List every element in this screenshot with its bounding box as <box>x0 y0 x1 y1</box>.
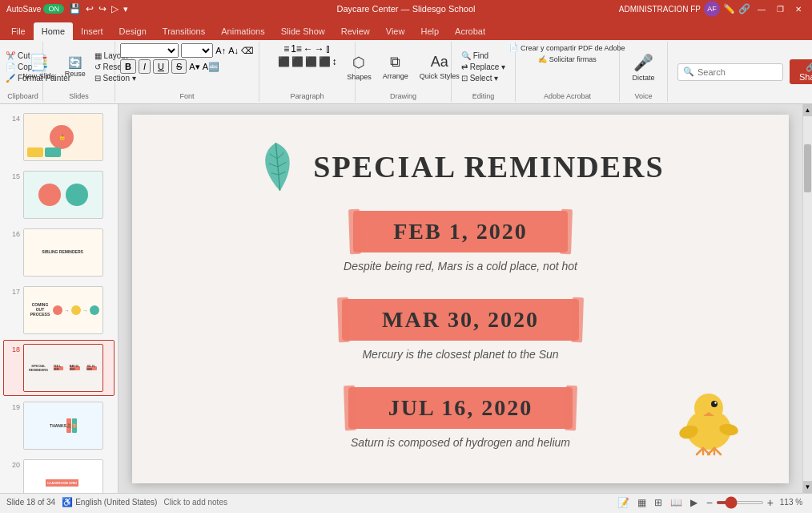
font-family-select[interactable] <box>120 43 179 58</box>
format-painter-icon: 🖌️ <box>6 74 15 83</box>
date-block-3: JUL 16, 2020 Saturn is composed of hydro… <box>292 387 629 450</box>
slide-thumb-16[interactable]: 16 SIBLING REMINDERS <box>3 224 115 281</box>
autosave-label: AutoSave <box>6 5 41 14</box>
select-button[interactable]: ⊡ Select ▾ <box>458 73 509 83</box>
tab-review[interactable]: Review <box>333 22 378 40</box>
status-right: 📝 ▦ ⊞ 📖 ▶ − + 113 % <box>615 496 806 509</box>
solicitar-firmas-button[interactable]: ✍️ Solicitar firmas <box>535 55 600 64</box>
slide-sorter-button[interactable]: ⊞ <box>652 496 665 509</box>
strikethrough-button[interactable]: S <box>171 59 187 74</box>
group-drawing: ⬡ Shapes ⧉ Arrange Aa Quick Styles Drawi… <box>356 42 452 102</box>
tab-transitions[interactable]: Transitions <box>155 22 213 40</box>
share-icon-tb[interactable]: 🔗 <box>738 3 750 14</box>
align-right-icon[interactable]: ⬛ <box>305 56 317 67</box>
date-text-2: MAR 30, 2020 <box>382 307 539 332</box>
undo-icon[interactable]: ↩ <box>86 3 94 14</box>
slide-thumb-17[interactable]: 17 COMING OUT PROCESS → → <box>3 282 115 338</box>
arrange-button[interactable]: ⧉ Arrange <box>379 51 412 83</box>
date-desc-2: Mercury is the closest planet to the Sun <box>362 348 558 361</box>
title-bar-left: AutoSave ON 💾 ↩ ↪ ▷ ▾ <box>6 3 128 14</box>
arrange-icon: ⧉ <box>390 54 400 71</box>
copy-icon: 📄 <box>6 63 15 71</box>
search-input[interactable] <box>697 67 778 77</box>
minimize-button[interactable]: — <box>754 4 770 14</box>
more-icon[interactable]: ▾ <box>123 4 128 14</box>
clear-format-icon[interactable]: ⌫ <box>241 46 254 56</box>
shapes-button[interactable]: ⬡ Shapes <box>343 51 376 83</box>
tab-insert[interactable]: Insert <box>73 22 111 40</box>
slideshow-button[interactable]: ▶ <box>688 496 700 509</box>
line-spacing-icon[interactable]: ↕ <box>332 56 337 67</box>
tab-help[interactable]: Help <box>412 22 447 40</box>
notes-view-button[interactable]: 📝 <box>615 496 632 509</box>
underline-button[interactable]: U <box>153 59 169 74</box>
bullets-icon[interactable]: ≡ <box>283 43 289 55</box>
numbering-icon[interactable]: 1≡ <box>291 43 302 55</box>
save-icon[interactable]: 💾 <box>69 3 81 14</box>
present-icon[interactable]: ▷ <box>111 3 119 14</box>
zoom-slider[interactable] <box>716 501 764 504</box>
paste-button[interactable]: 📋 Paste <box>0 52 1 83</box>
dictate-button[interactable]: 🎤 Dictate <box>628 50 658 84</box>
slide-thumb-18[interactable]: 18 SPECIAL REMINDERS FEB 1, 2020 MAR 30,… <box>3 340 115 396</box>
adobe-controls: 📄 Crear y compartir PDF de Adobe ✍️ Soli… <box>506 43 628 91</box>
notes-hint[interactable]: Click to add notes <box>163 498 227 507</box>
title-bar: AutoSave ON 💾 ↩ ↪ ▷ ▾ Daycare Center — S… <box>0 0 812 18</box>
new-slide-button[interactable]: 📑 New Slide <box>18 52 59 83</box>
pen-icon[interactable]: ✏️ <box>723 3 735 14</box>
cut-icon: ✂️ <box>6 51 15 60</box>
text-shadow-icon[interactable]: A🔤 <box>203 62 219 72</box>
autosave-toggle[interactable]: ON <box>43 4 64 14</box>
replace-button[interactable]: ⇄ Replace ▾ <box>458 62 509 72</box>
normal-view-button[interactable]: ▦ <box>635 496 649 509</box>
restore-button[interactable]: ❐ <box>773 4 788 14</box>
slide-thumb-14[interactable]: 14 👶 <box>3 109 115 165</box>
align-left-icon[interactable]: ⬛ <box>278 56 290 67</box>
columns-icon[interactable]: ⫿ <box>326 43 331 55</box>
drawing-label: Drawing <box>390 91 416 100</box>
clipboard-label: Clipboard <box>7 91 38 100</box>
user-avatar[interactable]: AF <box>704 1 720 17</box>
slide-thumb-19[interactable]: 19 THANKS 🧸 🎨 <box>3 398 115 454</box>
font-color-icon[interactable]: A▾ <box>189 62 199 72</box>
indent-decrease-icon[interactable]: ← <box>303 43 313 55</box>
tab-home[interactable]: Home <box>34 22 73 40</box>
font-decrease-icon[interactable]: A↓ <box>228 46 239 55</box>
tab-file[interactable]: File <box>3 22 34 40</box>
group-adobe: 📄 Crear y compartir PDF de Adobe ✍️ Soli… <box>516 42 620 102</box>
tab-design[interactable]: Design <box>111 22 155 40</box>
tab-slideshow[interactable]: Slide Show <box>273 22 333 40</box>
find-button[interactable]: 🔍 Find <box>458 50 509 61</box>
tab-animations[interactable]: Animations <box>213 22 272 40</box>
chick-illustration <box>673 380 741 459</box>
group-slides: 📑 New Slide 🔄 Reuse ▦ Layout ▾ ↺ Reset ⊟… <box>43 42 115 102</box>
crear-pdf-button[interactable]: 📄 Crear y compartir PDF de Adobe <box>506 43 628 53</box>
slide-thumb-20[interactable]: 20 CLASSROOM GRID <box>3 455 115 493</box>
zoom-out-button[interactable]: − <box>706 496 713 509</box>
share-button[interactable]: 🔗 Share <box>790 59 812 84</box>
reuse-button[interactable]: 🔄 Reuse <box>61 55 90 80</box>
zoom-in-button[interactable]: + <box>767 496 774 509</box>
language-indicator: ♿ English (United States) <box>62 497 157 507</box>
close-button[interactable]: ✕ <box>791 4 806 14</box>
tab-acrobat[interactable]: Acrobat <box>447 22 493 40</box>
indent-increase-icon[interactable]: → <box>315 43 324 55</box>
main-layout: 14 👶 15 <box>0 104 812 493</box>
font-size-select[interactable] <box>181 43 213 58</box>
italic-button[interactable]: I <box>139 59 151 74</box>
scroll-down-button[interactable]: ▼ <box>803 481 812 493</box>
justify-icon[interactable]: ⬛ <box>319 56 331 67</box>
adobe-label: Adobe Acrobat <box>544 91 591 100</box>
ribbon-content: 📋 Paste ✂️ Cut 📄 Copy 🖌️ Format Painter … <box>0 40 812 104</box>
align-center-icon[interactable]: ⬛ <box>291 56 303 67</box>
slide-thumb-15[interactable]: 15 <box>3 167 115 223</box>
scroll-up-button[interactable]: ▲ <box>803 104 812 116</box>
reading-view-button[interactable]: 📖 <box>668 496 685 509</box>
tab-view[interactable]: View <box>378 22 413 40</box>
font-increase-icon[interactable]: A↑ <box>215 46 226 55</box>
scrollbar-thumb[interactable] <box>804 144 811 192</box>
redo-icon[interactable]: ↪ <box>98 3 107 14</box>
zoom-level[interactable]: 113 % <box>777 498 806 507</box>
slide-img-15 <box>23 171 103 219</box>
bold-button[interactable]: B <box>120 59 136 74</box>
